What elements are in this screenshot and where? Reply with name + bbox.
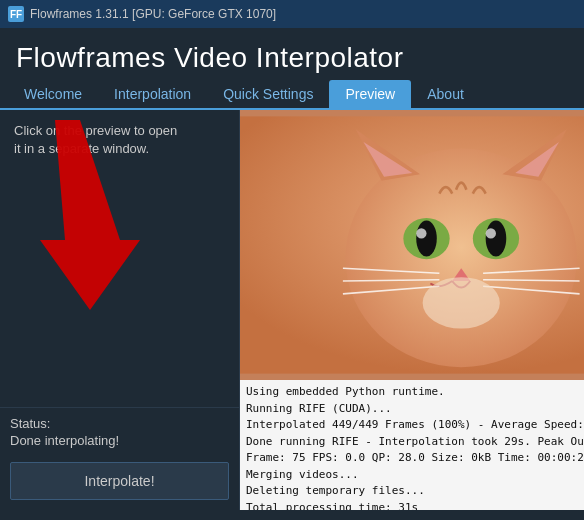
status-label: Status: [10,416,229,431]
svg-marker-1 [40,120,140,310]
svg-point-12 [416,228,426,238]
interpolate-button-area: Interpolate! [0,454,239,510]
preview-image[interactable] [240,110,584,380]
log-area: Using embedded Python runtime.Running RI… [240,380,584,510]
tab-interpolation[interactable]: Interpolation [98,80,207,108]
svg-point-10 [416,221,437,257]
left-panel: Click on the preview to open it in a sep… [0,110,240,510]
right-panel: Using embedded Python runtime.Running RI… [240,110,584,510]
tab-preview[interactable]: Preview [329,80,411,108]
app-title: Flowframes Video Interpolator [16,42,568,74]
tab-welcome[interactable]: Welcome [8,80,98,108]
tabs-bar: Welcome Interpolation Quick Settings Pre… [0,80,584,110]
red-arrow-icon [10,120,160,320]
main-content: Click on the preview to open it in a sep… [0,110,584,510]
title-bar-text: Flowframes 1.31.1 [GPU: GeForce GTX 1070… [30,7,276,21]
log-line: Interpolated 449/449 Frames (100%) - Ave… [246,417,584,434]
svg-point-11 [486,221,507,257]
app-icon: FF [8,6,24,22]
log-line: Running RIFE (CUDA)... [246,401,584,418]
interpolate-button[interactable]: Interpolate! [10,462,229,500]
svg-point-13 [486,228,496,238]
cat-svg [240,110,584,380]
svg-point-21 [423,277,500,328]
title-bar: FF Flowframes 1.31.1 [GPU: GeForce GTX 1… [0,0,584,28]
log-line: Deleting temporary files... [246,483,584,500]
tab-about[interactable]: About [411,80,480,108]
log-line: Using embedded Python runtime. [246,384,584,401]
log-line: Done running RIFE - Interpolation took 2… [246,434,584,451]
status-value: Done interpolating! [10,433,229,448]
tab-quick-settings[interactable]: Quick Settings [207,80,329,108]
status-area: Status: Done interpolating! [0,407,239,454]
preview-instruction: Click on the preview to open it in a sep… [0,110,239,407]
app-header: Flowframes Video Interpolator [0,28,584,80]
log-line: Frame: 75 FPS: 0.0 QP: 28.0 Size: 0kB Ti… [246,450,584,467]
log-line: Merging videos... [246,467,584,484]
log-line: Total processing time: 31s [246,500,584,511]
